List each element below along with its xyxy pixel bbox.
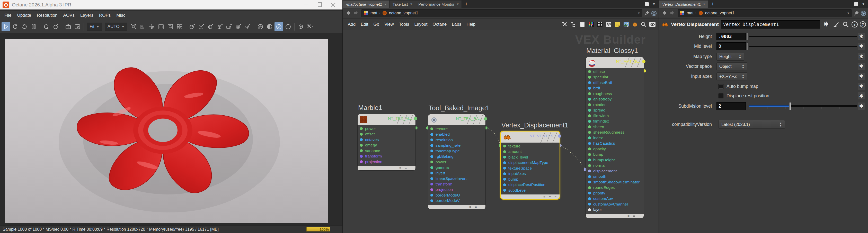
param-dot[interactable]	[588, 192, 591, 195]
param-dot[interactable]	[588, 81, 591, 84]
node-footer[interactable]: ≡=−	[358, 166, 415, 170]
node-param[interactable]: linearSpaceInvert	[428, 176, 486, 181]
white-balance-icon[interactable]	[265, 22, 274, 31]
menu-view[interactable]: View	[382, 21, 396, 28]
param-dot[interactable]	[430, 199, 433, 202]
ladle-icon[interactable]	[832, 21, 840, 28]
breadcrumb-root[interactable]: mat	[687, 11, 693, 15]
node-collapse-icon[interactable]: =	[633, 214, 635, 218]
pick-plant-icon[interactable]	[243, 22, 252, 31]
slider-handle[interactable]	[789, 102, 791, 110]
color-palette-icon[interactable]	[588, 21, 595, 28]
breadcrumb-node[interactable]: octane_vopnet1	[705, 11, 735, 15]
find-icon[interactable]	[640, 21, 647, 28]
param-dot[interactable]	[503, 184, 506, 186]
region-select-icon[interactable]	[157, 22, 165, 31]
param-dot[interactable]	[588, 159, 591, 161]
node-param[interactable]: borderModeV	[428, 198, 486, 204]
output-dot[interactable]	[558, 134, 560, 138]
node-output[interactable]: NT_VERTEX...	[529, 134, 557, 138]
maptype-select[interactable]: Height▲▼	[716, 53, 744, 61]
pin-icon[interactable]	[644, 10, 649, 16]
node-param[interactable]: power	[358, 126, 415, 132]
menu-aovs[interactable]: AOVs	[61, 12, 77, 19]
autobump-checkbox[interactable]	[718, 84, 723, 89]
node-param[interactable]: spread	[586, 108, 644, 113]
node-param[interactable]: amount	[501, 149, 560, 155]
list-view-icon[interactable]	[579, 21, 586, 28]
node-param[interactable]: subdLevel	[501, 188, 560, 193]
ipr-titlebar[interactable]: Octane 2026.1.Alpha 3 IPR	[0, 0, 342, 10]
inputaxes-select[interactable]: +X,+Y,+Z▲▼	[716, 72, 747, 80]
search-icon[interactable]	[842, 21, 849, 28]
param-dot[interactable]	[588, 76, 591, 78]
param-dot[interactable]	[588, 147, 591, 150]
param-dot[interactable]	[588, 109, 591, 112]
node-param[interactable]: layer	[586, 207, 644, 213]
close-icon[interactable]: x	[457, 2, 459, 6]
node-menu-icon[interactable]: ≡	[543, 195, 546, 199]
back-button[interactable]	[661, 10, 668, 16]
node-param[interactable]: displacementMapType	[501, 160, 560, 166]
node-param[interactable]: sheen	[586, 124, 644, 130]
zoom-fit-icon[interactable]	[129, 22, 137, 31]
pick-target-icon[interactable]	[234, 22, 243, 31]
node-param[interactable]: texture	[501, 143, 560, 149]
param-dot[interactable]	[430, 127, 433, 130]
node-param[interactable]: variance	[358, 148, 415, 154]
param-dot[interactable]	[588, 170, 591, 172]
network-canvas[interactable]: VEX Builder Marble1	[343, 31, 659, 233]
pane-menu-icon[interactable]: ▼	[652, 2, 655, 6]
menu-resolution[interactable]: Resolution	[34, 12, 60, 19]
param-dot[interactable]	[430, 166, 433, 169]
menu-go[interactable]: Go	[371, 21, 382, 28]
node-menu-icon[interactable]: ≡	[627, 214, 629, 218]
play-icon[interactable]	[2, 22, 10, 31]
forward-button[interactable]	[670, 10, 676, 16]
tab-vertex-displacement1[interactable]: Vertex_Displacement1x	[659, 1, 708, 8]
menu-layout[interactable]: Layout	[412, 21, 430, 28]
param-dot[interactable]	[588, 142, 591, 145]
node-param[interactable]: octaves	[358, 137, 415, 142]
node-param[interactable]: bump	[501, 176, 560, 182]
param-dot[interactable]	[588, 120, 591, 123]
node-param[interactable]: projection	[358, 159, 415, 165]
tab-performance-monitor[interactable]: Performance Monitorx	[415, 1, 462, 8]
slider-track[interactable]	[749, 36, 857, 37]
node-footer[interactable]: ≡=−	[428, 205, 486, 209]
node-param[interactable]: roughness	[586, 91, 644, 97]
displacerest-checkbox[interactable]	[718, 94, 723, 98]
node-param[interactable]: power	[428, 159, 486, 165]
tab-mat-octane-vopnet1[interactable]: /mat/octane_vopnet1x	[343, 1, 390, 8]
height-input[interactable]: .0003	[716, 33, 746, 40]
compat-select[interactable]: Latest (2023.1)▲▼	[718, 120, 785, 129]
node-param[interactable]: displaceRestPosition	[501, 182, 560, 188]
node-minimize-icon[interactable]: −	[639, 214, 641, 218]
refresh-icon[interactable]	[20, 22, 29, 31]
param-dot[interactable]	[360, 149, 363, 152]
slider-handle[interactable]	[746, 33, 748, 40]
node-param[interactable]: black_level	[501, 155, 560, 160]
back-button[interactable]	[345, 10, 352, 16]
auto-select[interactable]: AUTO▼	[105, 23, 127, 31]
param-dot[interactable]	[588, 186, 591, 189]
param-dot[interactable]	[503, 189, 506, 192]
node-param[interactable]: rotation	[586, 102, 644, 108]
visibility-icon[interactable]	[649, 21, 656, 28]
sticky-note-icon[interactable]	[614, 21, 621, 28]
param-dot[interactable]	[503, 161, 506, 164]
node-name-input[interactable]	[721, 20, 820, 29]
node-param[interactable]: smoothShadowTerminator	[586, 179, 644, 185]
node-param[interactable]: sheenRoughness	[586, 130, 644, 135]
param-dot[interactable]	[588, 87, 591, 90]
param-dot[interactable]	[588, 103, 591, 106]
node-footer[interactable]: ≡=−	[501, 195, 560, 199]
fit-select[interactable]: Fit▼	[87, 23, 102, 31]
node-collapse-icon[interactable]: =	[475, 205, 477, 209]
node-param[interactable]: texture	[428, 126, 486, 132]
pane-menu-icon[interactable]: ▼	[862, 2, 865, 6]
param-dot[interactable]	[588, 180, 591, 184]
node-minimize-icon[interactable]: −	[410, 166, 412, 170]
snap-grid-icon[interactable]	[596, 21, 603, 28]
new-tab-button[interactable]: +	[462, 1, 470, 8]
